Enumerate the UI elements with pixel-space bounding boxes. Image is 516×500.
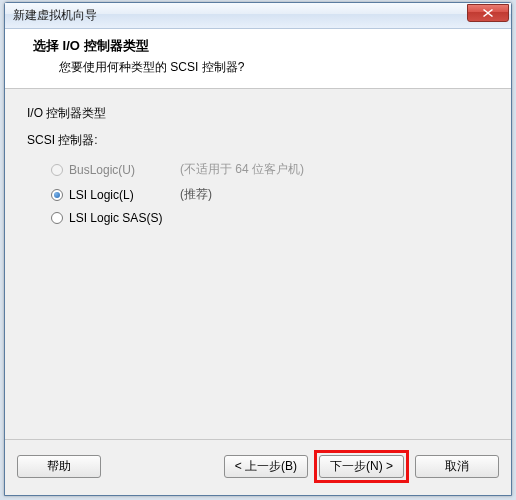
cancel-button[interactable]: 取消 [415, 455, 499, 478]
radio-icon [51, 212, 63, 224]
option-label: BusLogic(U) [69, 163, 174, 177]
radio-icon [51, 164, 63, 176]
radio-dot-icon [54, 192, 60, 198]
radio-icon [51, 189, 63, 201]
io-controller-type-label: I/O 控制器类型 [27, 105, 489, 122]
option-hint: (推荐) [180, 186, 212, 203]
titlebar: 新建虚拟机向导 [5, 3, 511, 29]
back-button[interactable]: < 上一步(B) [224, 455, 308, 478]
wizard-window: 新建虚拟机向导 选择 I/O 控制器类型 您要使用何种类型的 SCSI 控制器?… [4, 2, 512, 496]
close-icon [483, 9, 493, 17]
radio-option-buslogic: BusLogic(U) (不适用于 64 位客户机) [27, 157, 489, 182]
scsi-controller-label: SCSI 控制器: [27, 132, 489, 149]
header-title: 选择 I/O 控制器类型 [19, 37, 497, 55]
wizard-footer: 帮助 < 上一步(B) 下一步(N) > 取消 [5, 439, 511, 495]
option-label: LSI Logic SAS(S) [69, 211, 174, 225]
header-subtitle: 您要使用何种类型的 SCSI 控制器? [19, 59, 497, 76]
window-title: 新建虚拟机向导 [13, 7, 467, 24]
option-label: LSI Logic(L) [69, 188, 174, 202]
help-button[interactable]: 帮助 [17, 455, 101, 478]
next-button-highlight: 下一步(N) > [314, 450, 409, 483]
radio-option-lsi-logic-sas[interactable]: LSI Logic SAS(S) [27, 207, 489, 229]
option-hint: (不适用于 64 位客户机) [180, 161, 304, 178]
next-button[interactable]: 下一步(N) > [319, 455, 404, 478]
wizard-content: I/O 控制器类型 SCSI 控制器: BusLogic(U) (不适用于 64… [5, 89, 511, 439]
wizard-header: 选择 I/O 控制器类型 您要使用何种类型的 SCSI 控制器? [5, 29, 511, 89]
close-button[interactable] [467, 4, 509, 22]
radio-option-lsi-logic[interactable]: LSI Logic(L) (推荐) [27, 182, 489, 207]
